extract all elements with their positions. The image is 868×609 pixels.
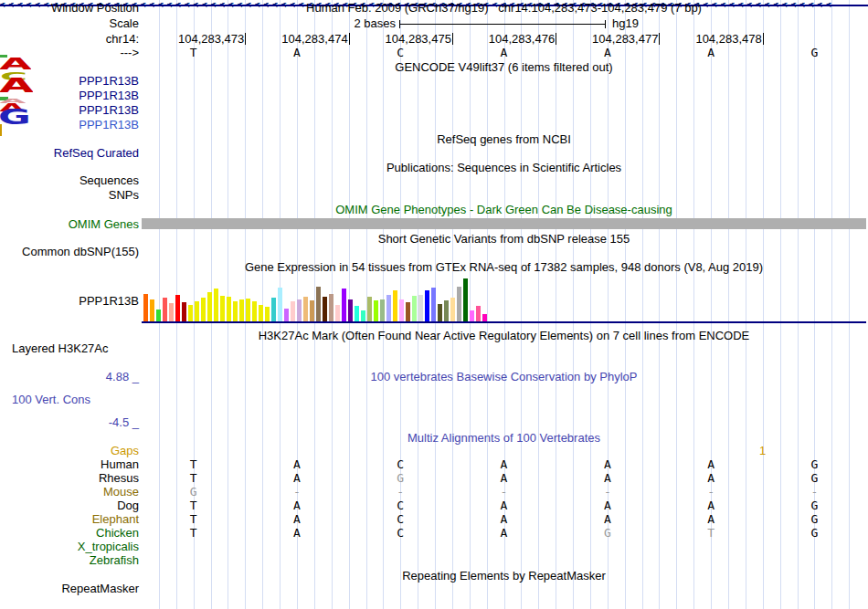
- gtex-expression-bar[interactable]: [291, 301, 295, 321]
- gtex-expression-bar[interactable]: [470, 310, 474, 321]
- track-label-repeatmasker[interactable]: RepeatMasker: [61, 583, 139, 594]
- conservation-logo-letter[interactable]: G: [0, 109, 29, 124]
- strand-direction-label[interactable]: --->: [120, 47, 139, 58]
- gtex-expression-bar[interactable]: [342, 289, 346, 321]
- gtex-expression-bar[interactable]: [239, 299, 244, 321]
- gtex-expression-bar[interactable]: [278, 288, 282, 321]
- track-label-sequences[interactable]: Sequences: [79, 174, 139, 186]
- conservation-logo-letter[interactable]: A: [0, 92, 26, 97]
- grid-guideline: [676, 0, 677, 609]
- gtex-expression-bar[interactable]: [271, 298, 276, 321]
- conservation-logo-letter[interactable]: A: [0, 58, 31, 69]
- gtex-expression-bar[interactable]: [406, 302, 410, 321]
- species-label[interactable]: Zebrafish: [90, 554, 139, 566]
- gtex-expression-bar[interactable]: [457, 287, 461, 321]
- gtex-expression-bar[interactable]: [246, 299, 250, 321]
- track-label-scale[interactable]: Scale: [109, 17, 139, 29]
- alignment-base: G: [803, 499, 825, 511]
- gtex-expression-bar[interactable]: [482, 314, 487, 321]
- gtex-expression-bar[interactable]: [418, 295, 423, 321]
- gtex-expression-bar[interactable]: [425, 290, 429, 321]
- species-label[interactable]: Chicken: [96, 527, 139, 539]
- gtex-expression-bar[interactable]: [367, 297, 372, 321]
- grid-guideline: [659, 0, 660, 609]
- gtex-expression-bar[interactable]: [182, 302, 186, 321]
- ruler-tick: [349, 33, 350, 45]
- gtex-expression-bar[interactable]: [323, 297, 327, 321]
- ruler-position-label: 104,283,477: [592, 33, 658, 45]
- gtex-expression-bar[interactable]: [201, 298, 206, 321]
- gtex-expression-bar[interactable]: [393, 290, 397, 321]
- gtex-expression-bar[interactable]: [386, 295, 391, 321]
- track-label-snps[interactable]: SNPs: [109, 189, 139, 201]
- alignment-base: A: [597, 458, 619, 470]
- gtex-expression-bar[interactable]: [444, 300, 449, 321]
- track-label-gencode-item[interactable]: PPP1R13B: [79, 89, 139, 101]
- species-label[interactable]: Dog: [117, 499, 139, 511]
- gtex-expression-bar[interactable]: [150, 299, 154, 321]
- gtex-expression-bar[interactable]: [156, 310, 161, 321]
- alignment-base: A: [286, 499, 308, 511]
- species-label[interactable]: X_tropicalis: [78, 541, 139, 552]
- gtex-expression-bar[interactable]: [380, 299, 385, 321]
- track-label-gencode-item[interactable]: PPP1R13B: [79, 119, 139, 131]
- species-label[interactable]: Human: [101, 458, 139, 470]
- species-label[interactable]: Elephant: [92, 513, 139, 525]
- gtex-expression-bar[interactable]: [355, 306, 359, 321]
- gtex-expression-bar[interactable]: [265, 307, 270, 321]
- alignment-base: T: [183, 527, 205, 539]
- alignment-base: T: [183, 458, 205, 470]
- track-label-gtex-gene[interactable]: PPP1R13B: [79, 295, 139, 307]
- gtex-expression-bar[interactable]: [329, 294, 333, 321]
- gtex-expression-bar[interactable]: [431, 288, 436, 321]
- gtex-expression-bar[interactable]: [175, 295, 180, 321]
- gtex-expression-bar[interactable]: [399, 299, 404, 321]
- gtex-expression-bar[interactable]: [438, 304, 442, 321]
- track-label-gencode-item[interactable]: PPP1R13B: [79, 75, 139, 87]
- conservation-logo-letter[interactable]: A: [0, 100, 24, 109]
- gtex-expression-bar[interactable]: [220, 296, 225, 321]
- gtex-expression-bar[interactable]: [143, 294, 148, 321]
- gtex-expression-bar[interactable]: [374, 300, 378, 321]
- conservation-logo-letter[interactable]: C: [0, 69, 27, 78]
- track-label-refseq-curated[interactable]: RefSeq Curated: [54, 147, 139, 159]
- gtex-expression-bar[interactable]: [335, 305, 340, 321]
- gtex-expression-bar[interactable]: [450, 298, 455, 321]
- gtex-expression-bar[interactable]: [463, 278, 468, 321]
- gtex-expression-bar[interactable]: [284, 309, 289, 321]
- gtex-expression-bar[interactable]: [303, 297, 308, 321]
- gtex-expression-bar[interactable]: [233, 301, 238, 321]
- gtex-expression-bar[interactable]: [195, 301, 199, 321]
- omim-gene-item[interactable]: [142, 218, 866, 229]
- species-label[interactable]: Gaps: [111, 445, 139, 457]
- gtex-expression-bar[interactable]: [412, 296, 417, 321]
- track-label-window-position[interactable]: Window Position: [51, 2, 139, 14]
- gtex-expression-bar[interactable]: [188, 305, 193, 321]
- gtex-expression-bar[interactable]: [297, 299, 302, 321]
- gtex-expression-bar[interactable]: [310, 300, 314, 321]
- grid-guideline: [556, 0, 556, 609]
- track-label-common-dbsnp[interactable]: Common dbSNP(155): [22, 246, 139, 257]
- track-label-phylop[interactable]: 100 Vert. Cons: [12, 394, 90, 405]
- gtex-expression-bar[interactable]: [259, 305, 263, 321]
- alignment-base: A: [493, 458, 515, 470]
- alignment-base: C: [389, 513, 411, 525]
- conservation-logo-letter[interactable]: A: [0, 78, 33, 92]
- gtex-expression-bar[interactable]: [476, 306, 481, 321]
- grid-guideline: [798, 0, 799, 609]
- species-label[interactable]: Mouse: [103, 486, 139, 498]
- gtex-expression-bar[interactable]: [214, 289, 218, 321]
- gtex-expression-bar[interactable]: [169, 303, 174, 321]
- gtex-expression-bar[interactable]: [163, 298, 167, 321]
- gtex-expression-bar[interactable]: [207, 292, 212, 321]
- species-label[interactable]: Rhesus: [99, 472, 139, 484]
- track-label-h3k27ac[interactable]: Layered H3K27Ac: [12, 342, 109, 354]
- gtex-expression-bar[interactable]: [361, 310, 365, 321]
- track-label-omim-genes[interactable]: OMIM Genes: [69, 218, 139, 230]
- ruler-position-label: 104,283,478: [695, 33, 761, 45]
- gtex-expression-bar[interactable]: [316, 287, 321, 321]
- gtex-expression-bar[interactable]: [348, 299, 353, 321]
- track-label-gencode-item[interactable]: PPP1R13B: [79, 104, 139, 116]
- gtex-expression-bar[interactable]: [227, 297, 231, 321]
- gtex-expression-bar[interactable]: [252, 301, 257, 321]
